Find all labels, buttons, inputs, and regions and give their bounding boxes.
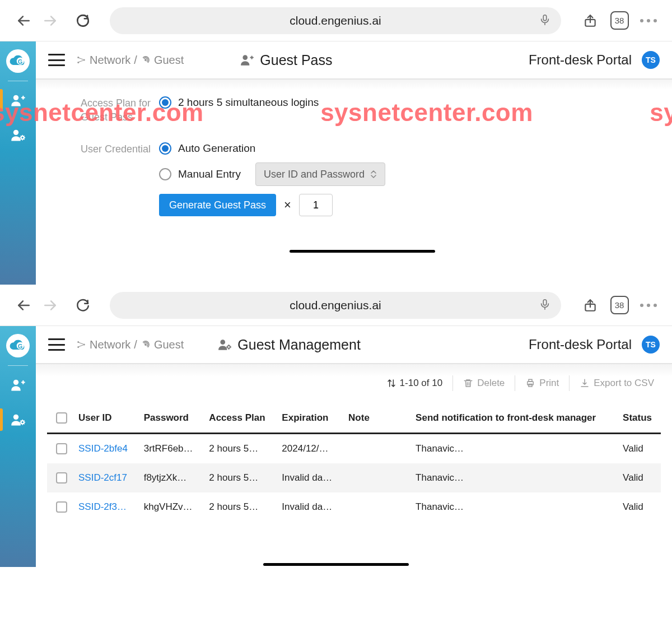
sort-toggle[interactable]: 1-10 of 10	[387, 378, 443, 389]
address-bar[interactable]: cloud.engenius.ai	[110, 7, 561, 34]
cell-password: f8ytjzXk…	[138, 463, 204, 492]
row-checkbox[interactable]	[56, 501, 67, 513]
row-checkbox[interactable]	[56, 443, 67, 454]
col-note[interactable]: Note	[343, 403, 410, 434]
separator	[515, 375, 515, 391]
cell-access-plan: 2 hours 5…	[203, 434, 276, 464]
sidebar-divider	[8, 365, 28, 366]
avatar[interactable]: TS	[642, 51, 660, 69]
col-status[interactable]: Status	[617, 403, 661, 434]
home-indicator	[263, 563, 409, 566]
cell-user-id[interactable]: SSID-2cf17	[73, 463, 138, 492]
svg-text:G: G	[18, 343, 22, 350]
sidebar-item-guest-pass[interactable]	[0, 369, 36, 401]
auto-gen-text: Auto Generation	[178, 142, 255, 155]
forward-button[interactable]	[38, 293, 63, 318]
table-toolbar: 1-10 of 10 Delete Print Export to CSV	[36, 364, 672, 396]
breadcrumb-guest: Guest	[154, 338, 184, 351]
forward-button[interactable]	[38, 8, 63, 33]
microphone-icon[interactable]	[539, 13, 551, 28]
share-icon[interactable]	[578, 293, 603, 318]
cell-status: Valid	[617, 434, 661, 464]
sidebar-divider	[8, 81, 28, 81]
svg-point-13	[144, 59, 146, 61]
sidebar-item-guest-management[interactable]	[0, 404, 36, 435]
avatar[interactable]: TS	[642, 336, 660, 354]
share-icon[interactable]	[578, 8, 603, 33]
page-title-text: Guest Management	[237, 337, 361, 353]
cell-user-id[interactable]: SSID-2f3…	[73, 492, 138, 522]
page-header-1: Network / Guest Guest Pass Front-desk Po…	[36, 41, 672, 80]
portal-label[interactable]: Front-desk Portal	[529, 337, 632, 352]
col-user-id[interactable]: User ID	[73, 403, 138, 434]
home-indicator	[290, 250, 435, 253]
table-row[interactable]: SSID-2cf17f8ytjzXk…2 hours 5…Invalid da……	[47, 463, 661, 492]
svg-point-14	[243, 55, 248, 60]
table-row[interactable]: SSID-2bfe43rtRF6eb…2 hours 5…2024/12/…Th…	[47, 434, 661, 464]
delete-label: Delete	[477, 378, 505, 389]
pagination-text: 1-10 of 10	[400, 378, 443, 389]
menu-icon[interactable]	[48, 54, 65, 66]
overflow-menu-icon[interactable]	[636, 8, 661, 33]
cell-user-id[interactable]: SSID-2bfe4	[73, 434, 138, 464]
sidebar-item-guest-management[interactable]	[0, 119, 36, 151]
menu-icon[interactable]	[48, 338, 65, 351]
radio-icon	[159, 142, 171, 155]
cell-note	[343, 434, 410, 464]
cell-access-plan: 2 hours 5…	[203, 492, 276, 522]
overflow-menu-icon[interactable]	[636, 293, 661, 318]
svg-point-23	[13, 415, 18, 420]
back-button[interactable]	[11, 8, 36, 33]
svg-point-27	[83, 344, 85, 346]
avatar-initials: TS	[646, 340, 656, 349]
col-access-plan[interactable]: Access Plan	[203, 403, 276, 434]
download-icon	[580, 378, 590, 388]
col-expiration[interactable]: Expiration	[276, 403, 343, 434]
access-plan-option[interactable]: 2 hours 5 simultaneous logins	[159, 96, 644, 109]
page-title: Guest Pass	[240, 52, 332, 68]
breadcrumb-network: Network	[90, 54, 130, 67]
svg-rect-32	[529, 379, 532, 382]
table-row[interactable]: SSID-2f3…khgVHZv…2 hours 5…Invalid da…Th…	[47, 492, 661, 522]
portal-label[interactable]: Front-desk Portal	[529, 52, 632, 68]
tab-count[interactable]: 38	[607, 8, 632, 33]
back-button[interactable]	[11, 293, 36, 318]
app-logo[interactable]: G	[6, 49, 30, 73]
cell-expiration: Invalid da…	[276, 463, 343, 492]
row-checkbox[interactable]	[56, 472, 67, 483]
guest-pass-form: sysnetcenter.com sysnetcenter.com sysnet…	[36, 80, 672, 269]
cell-expiration: Invalid da…	[276, 492, 343, 522]
select-all-checkbox[interactable]	[56, 412, 67, 424]
cell-note	[343, 492, 410, 522]
reload-button[interactable]	[71, 8, 95, 33]
page-header-2: Network / Guest Guest Management Front-d…	[36, 326, 672, 364]
separator	[452, 375, 453, 391]
breadcrumb[interactable]: Network / Guest	[76, 338, 184, 351]
breadcrumb[interactable]: Network / Guest	[76, 54, 184, 67]
sidebar-1: G	[0, 41, 36, 285]
address-bar[interactable]: cloud.engenius.ai	[110, 292, 561, 319]
manual-entry-radio[interactable]: Manual Entry User ID and Password	[159, 162, 644, 186]
svg-text:G: G	[18, 58, 22, 65]
quantity-input[interactable]	[299, 194, 333, 216]
microphone-icon[interactable]	[539, 298, 551, 313]
reload-button[interactable]	[71, 293, 95, 318]
auto-generation-radio[interactable]: Auto Generation	[159, 142, 644, 155]
col-notify[interactable]: Send notification to front-desk manager	[410, 403, 617, 434]
app-logo[interactable]: G	[6, 334, 30, 357]
col-password[interactable]: Password	[138, 403, 204, 434]
print-button[interactable]: Print	[525, 378, 559, 389]
export-csv-button[interactable]: Export to CSV	[580, 378, 654, 389]
separator	[569, 375, 570, 391]
url-text: cloud.engenius.ai	[290, 299, 381, 312]
cell-note	[343, 463, 410, 492]
main-area-2: Network / Guest Guest Management Front-d…	[36, 326, 672, 567]
sidebar-item-guest-pass[interactable]	[0, 85, 36, 116]
tab-count[interactable]: 38	[607, 293, 632, 318]
generate-guest-pass-button[interactable]: Generate Guest Pass	[159, 194, 276, 216]
credential-type-select[interactable]: User ID and Password	[255, 162, 385, 186]
sidebar-2: G	[0, 326, 36, 567]
delete-button[interactable]: Delete	[463, 378, 505, 389]
manual-entry-text: Manual Entry	[178, 168, 241, 180]
svg-point-8	[13, 130, 18, 135]
